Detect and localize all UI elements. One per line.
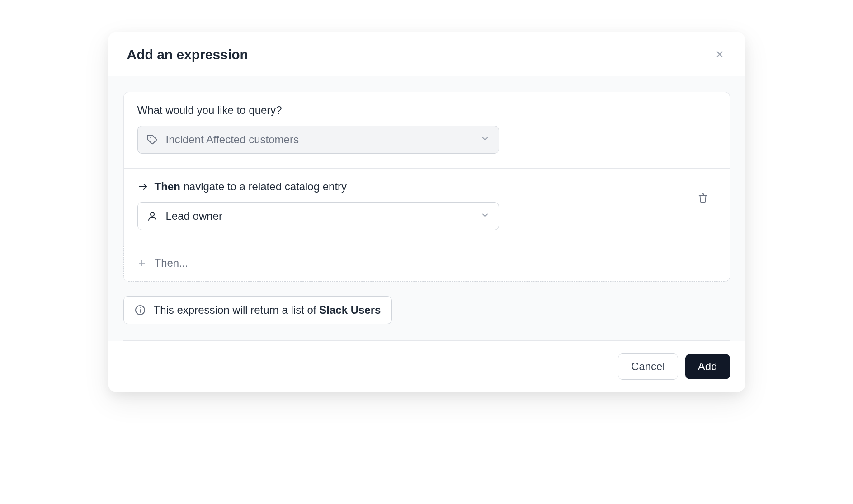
query-label: What would you like to query? — [137, 104, 716, 117]
info-icon — [135, 305, 146, 316]
add-then-button[interactable]: Then... — [123, 245, 730, 282]
return-type-info: This expression will return a list of Sl… — [123, 296, 392, 324]
arrow-right-icon — [137, 181, 148, 192]
expression-card: What would you like to query? Incident A… — [123, 92, 730, 245]
navigate-select[interactable]: Lead owner — [137, 202, 499, 230]
person-icon — [147, 211, 158, 221]
query-section: What would you like to query? Incident A… — [124, 92, 730, 168]
add-then-label: Then... — [155, 257, 189, 269]
chevron-down-icon — [481, 134, 490, 145]
navigate-select-value: Lead owner — [166, 210, 472, 222]
svg-point-4 — [151, 212, 154, 216]
plus-icon — [137, 259, 146, 268]
return-type-text: This expression will return a list of Sl… — [154, 304, 381, 316]
cancel-button[interactable]: Cancel — [618, 353, 678, 380]
then-navigate-header: Then navigate to a related catalog entry — [137, 180, 686, 193]
modal-title: Add an expression — [127, 47, 248, 62]
close-button[interactable] — [713, 47, 726, 62]
expression-modal: Add an expression What would you like to… — [108, 32, 745, 392]
query-select[interactable]: Incident Affected customers — [137, 126, 499, 154]
trash-icon — [698, 193, 708, 204]
modal-body: What would you like to query? Incident A… — [108, 76, 745, 341]
delete-step-button[interactable] — [695, 190, 711, 207]
then-navigate-text: Then navigate to a related catalog entry — [155, 180, 347, 193]
query-select-value: Incident Affected customers — [166, 133, 472, 146]
add-button[interactable]: Add — [685, 354, 730, 379]
navigate-section: Then navigate to a related catalog entry — [124, 168, 730, 245]
modal-footer: Cancel Add — [108, 341, 745, 392]
close-icon — [715, 49, 725, 61]
chevron-down-icon — [481, 211, 490, 221]
tag-icon — [147, 134, 158, 145]
modal-header: Add an expression — [108, 32, 745, 76]
